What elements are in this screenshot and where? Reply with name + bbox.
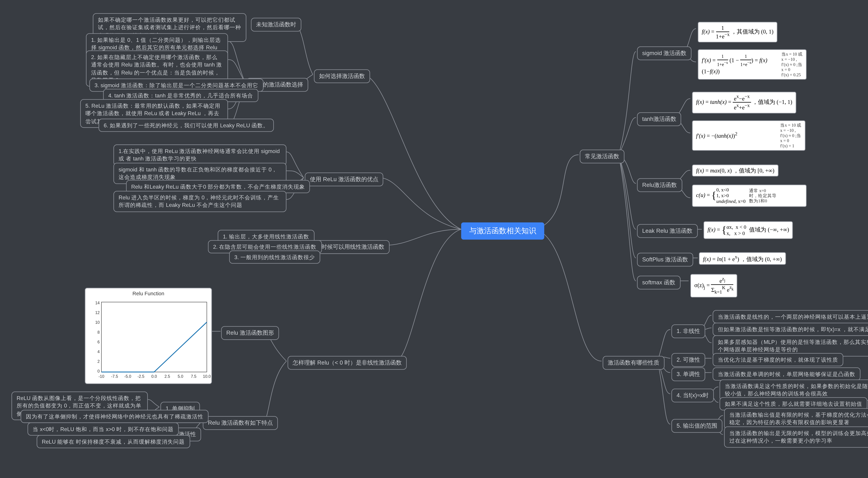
- svg-text:4: 4: [97, 350, 100, 354]
- formula-sigmoid-deriv: f′(x) = 11+e−x (1 − 11+e−x) = f(x)(1−f(x…: [698, 49, 807, 80]
- leaf-nonlinear-2: 但如果激活函数是恒等激活函数的时候，即f(x)=x ，就不满足这个性质: [713, 323, 868, 336]
- formula-softmax: σ(z)j = ezjΣk=1K ezk: [690, 274, 738, 298]
- leaf-range-2: 当激活函数的输出是无限的时候，模型的训练会更加高效，不过在这种情况小，一般需要更…: [724, 426, 868, 447]
- svg-text:7.5: 7.5: [191, 374, 196, 379]
- svg-text:12: 12: [95, 310, 100, 315]
- svg-text:0.0: 0.0: [151, 374, 157, 379]
- leaf-oneside-2: 因为有了这单侧抑制，才使得神经网络中的神经元也具有了稀疏激活性: [21, 410, 209, 423]
- svg-text:-10: -10: [98, 374, 104, 379]
- leaf-reluadv-1: 1.在实践中，使用 ReLu 激活函数神经网络通常会比使用 sigmoid 或 …: [113, 145, 286, 166]
- leaf-range-1: 当激活函数输出值是有限的时候，基于梯度的优化方法会更加稳定，因为特征的表示受有限…: [724, 408, 868, 429]
- svg-text:0: 0: [97, 369, 100, 374]
- node-relu-adv[interactable]: 使用 ReLu 激活函数的优点: [305, 173, 384, 186]
- leaf-reluadv-4: Relu 进入负半区的时候，梯度为 0，神经元此时不会训练，产生所谓的稀疏性，而…: [113, 191, 286, 212]
- node-relu-features[interactable]: Relu 激活函数有如下特点: [203, 416, 278, 430]
- node-tanh[interactable]: tanh激活函数: [637, 112, 682, 126]
- svg-text:8: 8: [97, 330, 100, 334]
- formula-sigmoid-main: f(x) = 11+e−x ，其值域为 (0, 1): [698, 22, 777, 42]
- chart-svg: 024 6810 1214 -10-7.5-5.0 -2.50.02.5 5.0…: [85, 298, 213, 384]
- node-fxeqx[interactable]: 4. 当f(x)≈x时: [672, 389, 714, 402]
- formula-relu-main: f(x) = max(0, x) ，值域为 [0, +∞): [692, 165, 778, 177]
- leaf-nonlinear-1: 当激活函数是线性的，一个两层的神经网络就可以基本上逼近所有的函数: [713, 310, 868, 323]
- center-node[interactable]: 与激活函数相关知识: [461, 222, 545, 240]
- svg-text:-2.5: -2.5: [137, 374, 145, 379]
- node-mono[interactable]: 3. 单调性: [672, 367, 705, 381]
- mindmap-canvas: 与激活函数相关知识 如何选择激活函数 未知激活函数时 如果不确定哪一个激活函数效…: [0, 0, 868, 464]
- formula-tanh-deriv: f′(x) = −(tanh(x))2 当x = 10 或x = −10 ,f′…: [692, 120, 805, 151]
- node-unknown-act[interactable]: 未知激活函数时: [251, 18, 301, 31]
- leaf-diff: 当优化方法是基于梯度的时候，就体现了该性质: [713, 353, 843, 366]
- node-softmax[interactable]: softmax 函数: [637, 276, 681, 289]
- leaf-choice-6: 6. 如果遇到了一些死的神经元，我们可以使用 Leaky ReLU 函数。: [99, 119, 274, 132]
- node-range[interactable]: 5. 输出值的范围: [672, 419, 722, 433]
- leaf-mono: 当激活函数是单调的时候，单层网络能够保证是凸函数: [713, 367, 860, 381]
- svg-text:10: 10: [95, 320, 100, 325]
- node-understand-relu[interactable]: 怎样理解 Relu（< 0 时）是非线性激活函数: [288, 356, 407, 369]
- node-how-choose[interactable]: 如何选择激活函数: [314, 69, 370, 83]
- leaf-linear-3: 3. 一般用到的线性激活函数很少: [229, 250, 320, 264]
- svg-text:5.0: 5.0: [178, 374, 183, 379]
- svg-text:2: 2: [97, 359, 100, 364]
- node-diff[interactable]: 2. 可微性: [672, 353, 705, 367]
- chart-title: Relu Function: [85, 288, 212, 298]
- node-relu-graph[interactable]: Relu 激活函数图形: [221, 326, 279, 340]
- formula-leaky: f(x) = {αx, x < 0x, x > 0 值域为 (−∞, +∞): [704, 221, 793, 239]
- svg-text:6: 6: [97, 340, 100, 344]
- node-common-act[interactable]: 常见激活函数: [580, 150, 624, 163]
- svg-text:2.5: 2.5: [164, 374, 170, 379]
- node-relu-act[interactable]: Relu激活函数: [637, 178, 682, 192]
- node-softplus[interactable]: SoftPlus 激活函数: [637, 253, 693, 266]
- formula-tanh-main: f(x) = tanh(x) = ex−e−xex+e−x ，值域为 (−1, …: [692, 92, 796, 113]
- svg-text:10.0: 10.0: [203, 374, 211, 379]
- formula-softplus: f(x) = ln(1 + ex) ，值域为 (0, +∞): [699, 252, 786, 265]
- svg-text:-7.5: -7.5: [111, 374, 118, 379]
- svg-text:14: 14: [95, 301, 100, 305]
- leaf-sparse-2: ReLU 能够在 时保持梯度不衰减，从而缓解梯度消失问题: [37, 435, 190, 448]
- svg-text:-5.0: -5.0: [124, 374, 131, 379]
- node-leaky[interactable]: Leak Relu 激活函数: [637, 224, 698, 238]
- node-properties[interactable]: 激活函数有哪些性质: [603, 356, 664, 369]
- node-sigmoid[interactable]: sigmoid 激活函数: [637, 47, 692, 60]
- leaf-sparse-1: 当 x<0时，ReLU 饱和，而当 x>0 时，则不存在饱和问题: [27, 422, 179, 436]
- relu-chart: Relu Function 024 6810 1214 -10-7.5-5.0 …: [85, 288, 212, 384]
- formula-relu-deriv: c(u) = {0, x<01, x>0undefined, x=0 通常 x=…: [692, 185, 807, 207]
- node-nonlinear[interactable]: 1. 非线性: [672, 325, 705, 338]
